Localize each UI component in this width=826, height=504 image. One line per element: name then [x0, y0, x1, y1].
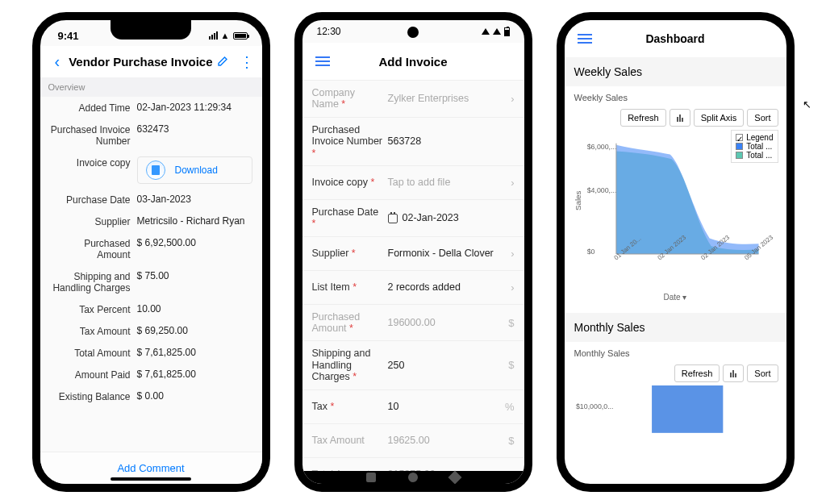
back-button[interactable]: ‹ — [50, 51, 65, 73]
svg-text:$10,000,0...: $10,000,0... — [575, 403, 613, 411]
form-value: 563728 — [385, 135, 510, 147]
detail-row: Shipping and Handling Charges$ 75.00 — [40, 265, 262, 298]
form-row[interactable]: Invoice copy *Tap to add file› — [302, 166, 524, 200]
status-time: 9:41 — [58, 30, 79, 42]
form-value: Formonix - Della Clover — [385, 248, 507, 259]
form-row[interactable]: Shipping and Handling Charges *250$ — [302, 341, 524, 389]
unit-label: % — [500, 401, 515, 413]
detail-row: Tax Amount$ 69,250.00 — [40, 320, 262, 342]
section-header-monthly: Monthly Sales — [565, 313, 786, 342]
legend-swatch-teal — [736, 152, 743, 159]
detail-row: Amount Paid$ 7,61,825.00 — [40, 364, 262, 385]
detail-value: $ 7,61,825.00 — [137, 369, 252, 380]
split-axis-button[interactable]: Split Axis — [694, 109, 745, 127]
svg-text:$4,000,...: $4,000,... — [586, 186, 616, 194]
form-row[interactable]: Supplier *Formonix - Della Clover› — [302, 237, 524, 271]
signal-icon — [209, 31, 218, 40]
detail-value: $ 75.00 — [137, 270, 252, 281]
detail-label: Purchase Date — [50, 194, 137, 206]
detail-label: Tax Percent — [50, 303, 137, 315]
x-axis-label: Date — [664, 293, 681, 302]
battery-icon — [233, 32, 248, 40]
detail-value: 10.00 — [137, 303, 252, 314]
form-label: Tax Amount — [312, 435, 385, 446]
form-row[interactable]: List Item *2 records added› — [302, 271, 524, 305]
weekly-chart: ✓Legend Total ... Total ... Sales $6,000… — [565, 130, 786, 313]
chevron-right-icon: › — [511, 248, 514, 260]
form-row[interactable]: Purchased Invoice Number *563728 — [302, 118, 524, 166]
detail-value: 03-Jan-2023 — [137, 194, 252, 205]
form-value: 250 — [385, 360, 504, 371]
svg-text:$6,000,...: $6,000,... — [586, 143, 616, 151]
form-row[interactable]: Purchase Date *02-Jan-2023 — [302, 200, 524, 237]
detail-label: Total Amount — [50, 347, 137, 359]
detail-label: Purchased Amount — [50, 237, 137, 260]
refresh-button[interactable]: Refresh — [674, 364, 720, 382]
form-row[interactable]: Tax Amount 19625.00$ — [302, 424, 524, 458]
download-button[interactable]: Download — [137, 156, 252, 184]
page-title: Add Invoice — [333, 55, 494, 69]
form-label: Company Name * — [312, 87, 385, 110]
signal-icon — [493, 28, 501, 35]
y-axis-label: Sales — [573, 190, 582, 210]
sort-button[interactable]: Sort — [747, 109, 778, 127]
form-value: 2 records added — [385, 281, 507, 293]
legend-swatch-blue — [736, 143, 743, 150]
menu-icon[interactable] — [312, 51, 333, 72]
download-label: Download — [175, 165, 218, 176]
phone-iphone: 9:41 ▲︎ ‹ Vendor Purchase Invoice ⋮ Over… — [32, 12, 270, 492]
form-row[interactable]: Tax *10% — [302, 390, 524, 424]
form-label: List Item * — [312, 281, 385, 293]
phone-android: 12:30 Add Invoice Company Name *Zylker E… — [294, 12, 532, 492]
chart-legend: ✓Legend Total ... Total ... — [731, 130, 778, 163]
detail-row: Total Amount$ 7,61,825.00 — [40, 342, 262, 364]
calendar-icon — [388, 214, 398, 223]
form-label: Purchased Amount * — [312, 311, 385, 335]
chart-type-button[interactable] — [723, 364, 744, 382]
form-label: Purchase Date * — [312, 206, 385, 230]
bars-icon — [677, 115, 683, 122]
unit-label: $ — [503, 317, 514, 329]
chart-type-button[interactable] — [670, 109, 690, 127]
chevron-right-icon: › — [511, 93, 514, 105]
more-icon[interactable]: ⋮ — [240, 53, 252, 71]
detail-row: Tax Percent10.00 — [40, 298, 262, 320]
page-title: Vendor Purchase Invoice — [65, 55, 216, 69]
detail-label: Purchased Invoice Number — [50, 123, 137, 147]
edit-icon[interactable] — [217, 54, 230, 70]
refresh-button[interactable]: Refresh — [620, 109, 666, 127]
svg-rect-10 — [652, 385, 723, 433]
form-row[interactable]: Company Name *Zylker Enterprises› — [302, 81, 524, 118]
detail-row: Added Time02-Jan-2023 11:29:34 — [40, 97, 262, 119]
camera-hole — [407, 27, 419, 38]
chevron-right-icon: › — [511, 281, 514, 294]
detail-row: Purchased Amount$ 6,92,500.00 — [40, 232, 262, 265]
form-label: Tax * — [312, 401, 385, 412]
form-value: Zylker Enterprises — [385, 93, 507, 104]
home-indicator — [111, 477, 191, 481]
detail-label: Invoice copy — [50, 156, 137, 169]
monthly-chart: $10,000,0... — [565, 385, 786, 436]
bars-icon — [730, 370, 736, 377]
form-value: 02-Jan-2023 — [385, 212, 510, 223]
form-label: Purchased Invoice Number * — [312, 124, 385, 159]
detail-row: Existing Balance$ 0.00 — [40, 385, 262, 407]
detail-label: Supplier — [50, 215, 137, 227]
iphone-notch — [111, 20, 191, 40]
android-navbar: Add Invoice — [302, 43, 524, 81]
svg-text:$0: $0 — [586, 248, 594, 256]
dashboard-navbar: Dashboard — [565, 20, 786, 57]
mouse-cursor-icon: ↖︎ — [803, 98, 811, 110]
menu-icon[interactable] — [574, 28, 595, 49]
form-value: 196000.00 — [385, 317, 504, 328]
form-value: 10 — [385, 401, 500, 412]
battery-icon — [504, 27, 510, 36]
legend-checkbox[interactable]: ✓ — [736, 134, 743, 141]
unit-label: $ — [503, 435, 514, 447]
chevron-right-icon: › — [511, 177, 514, 189]
form-row[interactable]: Purchased Amount *196000.00$ — [302, 305, 524, 342]
form-label: Shipping and Handling Charges * — [312, 348, 385, 382]
chart-title-monthly: Monthly Sales — [565, 342, 786, 361]
sort-button[interactable]: Sort — [747, 364, 778, 382]
detail-label: Shipping and Handling Charges — [50, 270, 137, 294]
